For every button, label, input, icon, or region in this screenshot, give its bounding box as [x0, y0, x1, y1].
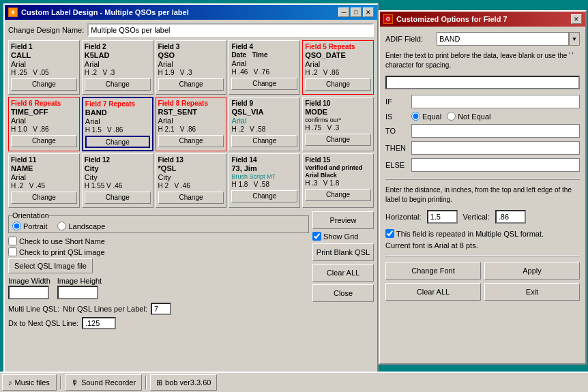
else-row: ELSE — [385, 158, 580, 172]
field-14-change-button[interactable]: Change — [231, 190, 297, 202]
field-2-name: K5LAD — [85, 51, 151, 59]
field-15-change-button[interactable]: Change — [305, 189, 371, 201]
repeated-checkbox[interactable] — [385, 229, 394, 238]
equal-radio-label[interactable]: Equal — [411, 112, 441, 121]
multi-qsl-label: Multi Line QSL: — [8, 305, 59, 313]
not-equal-radio[interactable] — [447, 112, 456, 121]
short-name-checkbox-label[interactable]: Check to use Short Name — [8, 237, 309, 245]
image-height-input[interactable] — [57, 286, 98, 299]
design-name-input[interactable] — [87, 23, 374, 37]
options-title-bar: ⚙ Customized Options for Field 7 ✕ — [380, 12, 585, 27]
field-12-change-button[interactable]: Change — [85, 192, 151, 204]
field-1-change-button[interactable]: Change — [11, 78, 77, 91]
field-6-name: TIME_OFF — [11, 108, 77, 116]
if-input[interactable] — [411, 95, 580, 108]
field-box-2: Field 2 K5LAD Arial H .2 V .3 Change — [82, 40, 153, 95]
field-7-name: BAND — [85, 108, 150, 117]
main-title-bar: ★ Custom Label Design - Multiple QSOs pe… — [5, 5, 377, 20]
adif-dropdown-button[interactable]: ▼ — [569, 32, 580, 46]
field-2-coords: H .2 V .3 — [85, 69, 151, 76]
field-8-font: Arial — [158, 117, 224, 125]
orientation-legend: Orientation — [12, 211, 49, 220]
maximize-button[interactable]: □ — [351, 7, 362, 17]
field-3-change-button[interactable]: Change — [158, 78, 224, 91]
design-name-row: Change Design Name: — [8, 23, 374, 37]
field-9-change-button[interactable]: Change — [231, 135, 297, 147]
equal-radio[interactable] — [411, 112, 420, 121]
field-10-font: confirms our* — [305, 117, 371, 123]
nbr-qsl-input[interactable] — [151, 303, 171, 315]
clear-all-options-button[interactable]: Clear ALL — [385, 283, 481, 301]
clear-all-main-button[interactable]: Clear ALL — [312, 264, 374, 282]
field-7-change-button[interactable]: Change — [85, 136, 150, 148]
close-main-button[interactable]: Close — [312, 284, 374, 302]
image-height-label: Image Height — [57, 277, 102, 285]
print-blank-qsl-button[interactable]: Print Blank QSL — [312, 243, 374, 261]
print-qsl-checkbox-label[interactable]: Check to print QSL image — [8, 247, 309, 256]
portrait-radio[interactable] — [12, 222, 21, 230]
field-1-font: Arial — [11, 60, 77, 68]
field-box-11: Field 11 NAME Arial H .2 V .45 Change — [8, 153, 80, 208]
then-row: THEN — [385, 141, 580, 155]
field-6-label: Field 6 Repeats — [11, 100, 77, 107]
then-input[interactable] — [411, 141, 580, 155]
field-2-change-button[interactable]: Change — [85, 78, 151, 91]
adif-field-input[interactable] — [437, 32, 569, 46]
apply-button[interactable]: Apply — [484, 262, 580, 280]
dx-label: Dx to Next QSL Line: — [8, 319, 78, 327]
field-15-label: Field 15 — [305, 156, 371, 164]
taskbar-item-bob[interactable]: ⊞ bob ver3.3.60 — [150, 374, 217, 391]
print-qsl-label: Check to print QSL image — [19, 248, 105, 256]
short-name-checkbox[interactable] — [8, 237, 17, 245]
repeated-checkbox-label[interactable]: This field is repeated in Multiple QSL f… — [385, 229, 580, 238]
image-width-input[interactable] — [8, 286, 49, 299]
preview-button[interactable]: Preview — [312, 211, 374, 229]
print-qsl-checkbox[interactable] — [8, 247, 17, 256]
else-input[interactable] — [411, 158, 580, 172]
not-equal-radio-label[interactable]: Not Equal — [447, 112, 490, 121]
current-font-text: Current font is Arial at 8 pts. — [385, 241, 580, 250]
field-5-change-button[interactable]: Change — [305, 78, 371, 91]
change-font-button[interactable]: Change Font — [385, 262, 481, 280]
field-11-change-button[interactable]: Change — [11, 192, 77, 204]
field-9-font: Arial — [231, 117, 297, 125]
field-4-change-button[interactable]: Change — [231, 78, 297, 90]
field-box-15: Field 15 Verified and printed Arial Blac… — [302, 153, 374, 208]
field-13-change-button[interactable]: Change — [158, 192, 224, 204]
horizontal-input[interactable] — [427, 210, 458, 224]
field-8-change-button[interactable]: Change — [158, 135, 224, 147]
portrait-label: Portrait — [23, 222, 47, 230]
to-label: TO — [385, 127, 409, 135]
options-close-button[interactable]: ✕ — [571, 14, 582, 24]
exit-button[interactable]: Exit — [484, 283, 580, 301]
landscape-radio[interactable] — [57, 222, 66, 230]
taskbar-recorder-label: Sound Recorder — [81, 378, 136, 387]
select-qsl-button[interactable]: Select QSL Image file — [8, 258, 93, 273]
recorder-icon: 🎙 — [71, 378, 78, 387]
is-radio-group: Equal Not Equal — [411, 112, 490, 121]
to-input[interactable] — [411, 124, 580, 138]
text-before-input[interactable] — [385, 76, 580, 89]
field-box-5: Field 5 Repeats QSO_DATE Arial H .2 V .8… — [302, 40, 374, 95]
close-button[interactable]: ✕ — [363, 7, 374, 17]
taskbar-item-recorder[interactable]: 🎙 Sound Recorder — [65, 374, 142, 391]
image-dims-row: Image Width Image Height — [8, 277, 309, 299]
options-title-left: ⚙ Customized Options for Field 7 — [383, 14, 508, 24]
adif-field-row: ADIF Field: ▼ — [385, 32, 580, 46]
then-label: THEN — [385, 144, 409, 152]
divider-1 — [385, 179, 580, 180]
minimize-button[interactable]: ─ — [338, 7, 349, 17]
field-10-change-button[interactable]: Change — [305, 134, 371, 146]
landscape-radio-label[interactable]: Landscape — [57, 222, 105, 230]
vertical-input[interactable] — [495, 210, 526, 224]
show-grid-checkbox[interactable] — [312, 232, 321, 241]
main-window-icon: ★ — [8, 7, 18, 17]
field-6-change-button[interactable]: Change — [11, 135, 77, 147]
field-11-font: Arial — [11, 173, 77, 181]
field-10-name: MODE — [305, 108, 371, 116]
field-5-label: Field 5 Repeats — [305, 43, 371, 50]
equal-label: Equal — [422, 112, 441, 121]
taskbar-item-music[interactable]: ♪ Music files — [2, 374, 57, 391]
dx-input[interactable] — [82, 317, 116, 329]
portrait-radio-label[interactable]: Portrait — [12, 222, 47, 230]
